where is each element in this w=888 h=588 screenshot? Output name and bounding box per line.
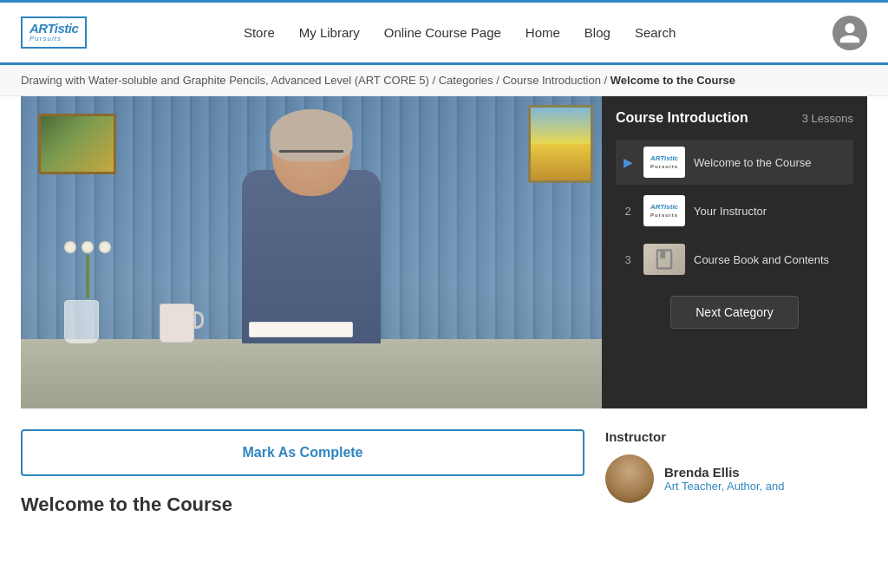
nav-home[interactable]: Home bbox=[526, 25, 560, 40]
main-content: Course Introduction 3 Lessons ▶ ARTistic… bbox=[0, 96, 888, 537]
next-category-button[interactable]: Next Category bbox=[670, 296, 798, 329]
flower-arrangement bbox=[64, 241, 111, 343]
wall-painting bbox=[38, 114, 116, 174]
lesson-num-3: 3 bbox=[621, 253, 635, 266]
breadcrumb-categories[interactable]: Categories bbox=[439, 74, 493, 87]
instructor-details: Brenda Ellis Art Teacher, Author, and bbox=[664, 465, 785, 493]
instructor-avatar bbox=[605, 454, 654, 503]
nav-online-course-page[interactable]: Online Course Page bbox=[384, 25, 501, 40]
notebook bbox=[249, 322, 353, 337]
instructor-role: Art Teacher, Author, and bbox=[664, 480, 785, 493]
right-column: Instructor Brenda Ellis Art Teacher, Aut… bbox=[605, 429, 867, 516]
nav-my-library[interactable]: My Library bbox=[299, 25, 360, 40]
lesson-thumb-3 bbox=[643, 244, 685, 275]
nav-search[interactable]: Search bbox=[635, 25, 676, 40]
mark-complete-button[interactable]: Mark As Complete bbox=[21, 429, 584, 476]
lesson-title-area: Welcome to the Course bbox=[21, 493, 584, 516]
logo-line2: Pursuits bbox=[29, 36, 78, 43]
course-sidebar: Course Introduction 3 Lessons ▶ ARTistic… bbox=[602, 96, 867, 408]
user-avatar[interactable] bbox=[832, 16, 867, 50]
user-icon bbox=[838, 21, 862, 45]
instructor-name: Brenda Ellis bbox=[664, 465, 785, 480]
video-section: Course Introduction 3 Lessons ▶ ARTistic… bbox=[21, 96, 867, 408]
breadcrumb-course-intro[interactable]: Course Introduction bbox=[502, 74, 600, 87]
lesson-item-1[interactable]: ▶ ARTisticPursuits Welcome to the Course bbox=[616, 140, 853, 185]
lesson-thumb-1: ARTisticPursuits bbox=[643, 147, 685, 178]
nav-blog[interactable]: Blog bbox=[584, 25, 610, 40]
lesson-name-3: Course Book and Contents bbox=[694, 253, 829, 266]
main-nav: Store My Library Online Course Page Home… bbox=[244, 25, 676, 40]
logo[interactable]: ARTistic Pursuits bbox=[21, 16, 87, 49]
sidebar-title: Course Introduction bbox=[616, 110, 748, 126]
lesson-page-title: Welcome to the Course bbox=[21, 493, 584, 516]
sidebar-header: Course Introduction 3 Lessons bbox=[616, 110, 853, 126]
instructor-section-title: Instructor bbox=[605, 429, 867, 444]
lessons-count: 3 Lessons bbox=[802, 112, 853, 125]
nav-store[interactable]: Store bbox=[244, 25, 275, 40]
mug bbox=[160, 304, 194, 343]
breadcrumb: Drawing with Water-soluble and Graphite … bbox=[0, 65, 888, 96]
person-silhouette bbox=[199, 109, 424, 343]
logo-line1: ARTistic bbox=[29, 21, 78, 36]
lesson-item-2[interactable]: 2 ARTisticPursuits Your Instructor bbox=[616, 188, 853, 233]
lesson-name-2: Your Instructor bbox=[694, 205, 767, 218]
logo-text: ARTistic Pursuits bbox=[21, 16, 87, 49]
breadcrumb-current: Welcome to the Course bbox=[610, 74, 735, 87]
lesson-num-2: 2 bbox=[621, 205, 635, 218]
breadcrumb-course[interactable]: Drawing with Water-soluble and Graphite … bbox=[21, 74, 429, 87]
video-thumbnail bbox=[21, 96, 602, 408]
left-column: Mark As Complete Welcome to the Course bbox=[21, 429, 584, 516]
video-player[interactable] bbox=[21, 96, 602, 408]
lesson-item-3[interactable]: 3 Course Book and Contents bbox=[616, 237, 853, 282]
breadcrumb-text: Drawing with Water-soluble and Graphite … bbox=[21, 74, 735, 87]
instructor-box: Instructor Brenda Ellis Art Teacher, Aut… bbox=[605, 429, 867, 503]
lesson-thumb-2: ARTisticPursuits bbox=[643, 195, 685, 226]
below-section: Mark As Complete Welcome to the Course I… bbox=[21, 429, 867, 516]
book-icon bbox=[652, 247, 676, 271]
instructor-info: Brenda Ellis Art Teacher, Author, and bbox=[605, 454, 867, 503]
table-surface bbox=[21, 339, 602, 408]
play-icon-1: ▶ bbox=[621, 155, 635, 169]
header: ARTistic Pursuits Store My Library Onlin… bbox=[0, 3, 888, 65]
wall-painting-2 bbox=[528, 105, 593, 183]
lesson-name-1: Welcome to the Course bbox=[694, 156, 812, 169]
